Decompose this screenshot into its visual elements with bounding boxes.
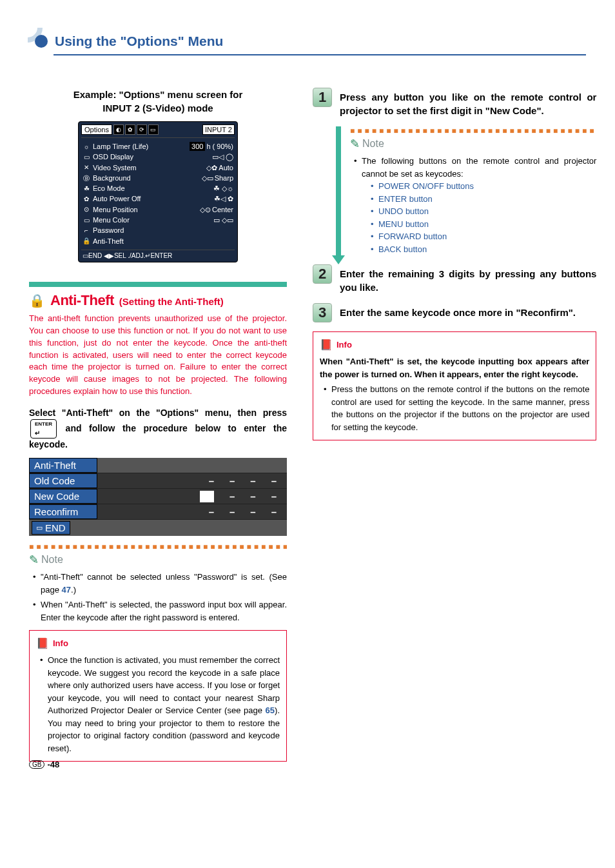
- opt-footer: END ◀▶SEL ./ADJ.↵ENTER: [88, 252, 172, 259]
- info-box-1: 📕Info Once the function is activated, yo…: [29, 630, 287, 762]
- tab-icon-4: ▭: [148, 124, 159, 135]
- kc-item: MENU button: [371, 218, 596, 231]
- end-icon: ▭: [36, 524, 43, 532]
- info2-bullet: Press the buttons on the remote control …: [324, 383, 589, 433]
- icon-eco: ☘: [83, 184, 90, 193]
- example-line1: Example: "Options" menu screen for: [73, 89, 243, 100]
- tab-icon-2: ✿: [125, 124, 135, 135]
- step-3: 3 Enter the same keycode once more in "R…: [313, 303, 596, 322]
- icon-menucolor: ▭: [83, 216, 90, 224]
- step1-note: ■■■■■■■■■■■■■■■■■■■■■■■■■■■■■■■■■■ ✎ Not…: [336, 126, 596, 255]
- note2-sublist: POWER ON/OFF buttons ENTER button UNDO b…: [362, 180, 596, 255]
- tab-icon-3: ⟳: [137, 124, 147, 135]
- opt-footer-end-icon: ▭: [83, 252, 88, 259]
- page-number: GB -48: [29, 760, 59, 769]
- pen-icon: ✎: [29, 553, 39, 567]
- note1-item1: "Anti-Theft" cannot be selected unless "…: [33, 571, 287, 596]
- info1-label: Info: [53, 637, 68, 650]
- end-button: ▭END: [32, 521, 70, 535]
- at-header: Anti-Theft: [29, 458, 97, 473]
- options-tab: Options: [81, 124, 112, 135]
- at-reconfirm-label: Reconfirm: [29, 504, 97, 519]
- page-link-65[interactable]: 65: [266, 705, 275, 715]
- info-box-2: 📕Info When "Anti-Theft" is set, the keyc…: [313, 331, 596, 440]
- at-old-label: Old Code: [29, 473, 97, 488]
- info2-bold: When "Anti-Theft" is set, the keycode in…: [320, 355, 589, 380]
- example-caption: Example: "Options" menu screen for INPUT…: [29, 88, 287, 115]
- page-num-value: -48: [47, 760, 59, 769]
- section-title: Anti-Theft: [50, 292, 114, 309]
- icon-lamp: ☼: [83, 143, 90, 151]
- note-text: Note: [41, 554, 63, 566]
- book-icon: 📕: [36, 636, 49, 651]
- opt-lamp-hours: 300: [190, 142, 205, 151]
- kc-item: UNDO button: [371, 205, 596, 218]
- digit: –: [250, 475, 255, 486]
- note2-label: ✎ Note: [350, 137, 596, 151]
- opt-autopower: Auto Power Off: [93, 194, 141, 203]
- opt-video-val: Auto: [219, 163, 233, 172]
- lock-icon: 🔒: [29, 293, 45, 308]
- opt-menupos: Menu Position: [93, 205, 138, 214]
- icon-menupos: ⊙: [83, 205, 90, 213]
- digit: –: [271, 491, 277, 502]
- opt-eco: Eco Mode: [93, 184, 125, 193]
- pen-icon: ✎: [350, 137, 360, 151]
- kc-item: BACK button: [371, 243, 596, 256]
- digit: –: [271, 475, 277, 486]
- book-icon: 📕: [320, 337, 333, 353]
- end-label: END: [45, 522, 66, 533]
- icon-bg: Ⓑ: [83, 174, 90, 182]
- antitheft-intro: The anti-theft function prevents unautho…: [29, 313, 287, 398]
- step-text-2: Enter the remaining 3 digits by pressing…: [340, 264, 596, 294]
- teal-arrow-icon: [332, 255, 345, 264]
- instr-before: Select "Anti-Theft" on the "Options" men…: [29, 408, 287, 418]
- digit: –: [250, 491, 255, 502]
- antitheft-entry-box: Anti-Theft Old Code–––– New Code––– Reco…: [29, 458, 287, 536]
- header-rule: [54, 54, 586, 55]
- tab-icon-1: ◐: [113, 124, 124, 135]
- icon-antitheft: 🔒: [83, 237, 90, 245]
- icon-osd: ▭: [83, 153, 90, 161]
- icon-password: ⌐: [83, 226, 90, 235]
- page-title: Using the "Options" Menu: [29, 34, 586, 49]
- teal-divider: [29, 282, 287, 287]
- digit: –: [229, 475, 235, 486]
- step-badge-1: 1: [313, 88, 332, 107]
- digit: –: [229, 491, 235, 502]
- info1-item: Once the function is activated, you must…: [40, 654, 280, 755]
- digit: –: [229, 506, 235, 517]
- step-text-1: Press any button you like on the remote …: [340, 88, 596, 117]
- note-label: ✎ Note: [29, 553, 287, 567]
- step-1: 1 Press any button you like on the remot…: [313, 88, 596, 117]
- note2-text: Note: [362, 138, 384, 150]
- opt-lamp-label: Lamp Timer (Life): [93, 142, 148, 151]
- page-link-47[interactable]: 47: [62, 585, 71, 595]
- section-subtitle: (Setting the Anti-Theft): [119, 296, 224, 307]
- opt-password: Password: [93, 226, 124, 235]
- note2-intro: The following buttons on the remote cont…: [354, 155, 596, 255]
- opt-video: Video System: [93, 163, 137, 172]
- digit-active: [200, 491, 214, 502]
- opt-bg-val: Sharp: [215, 173, 233, 182]
- region-badge: GB: [29, 760, 44, 769]
- icon-video: ✕: [83, 163, 90, 172]
- icon-autopower: ✿: [83, 195, 90, 203]
- opt-bg: Background: [93, 173, 131, 182]
- options-menu-screenshot: Options ◐ ✿ ⟳ ▭ INPUT 2 ☼Lamp Timer (Lif…: [78, 121, 238, 262]
- input-label: INPUT 2: [202, 124, 235, 135]
- at-new-label: New Code: [29, 489, 97, 504]
- digit: –: [209, 506, 214, 517]
- digit: –: [271, 506, 277, 517]
- step-text-3: Enter the same keycode once more in "Rec…: [340, 303, 596, 322]
- dotted-rule: ■■■■■■■■■■■■■■■■■■■■■■■■■■■■■■■■■■■■■■■■: [29, 542, 287, 551]
- info2-label: Info: [337, 339, 352, 351]
- kc-item: FORWARD button: [371, 230, 596, 243]
- enter-key-icon: ENTER↵: [30, 419, 57, 439]
- opt-antitheft: Anti-Theft: [93, 237, 124, 246]
- opt-osd: OSD Display: [93, 152, 133, 161]
- kc-item: ENTER button: [371, 193, 596, 206]
- digit: –: [209, 475, 214, 486]
- antitheft-select-instruction: Select "Anti-Theft" on the "Options" men…: [29, 407, 287, 451]
- opt-lamp-unit: h ( 90%): [206, 142, 233, 151]
